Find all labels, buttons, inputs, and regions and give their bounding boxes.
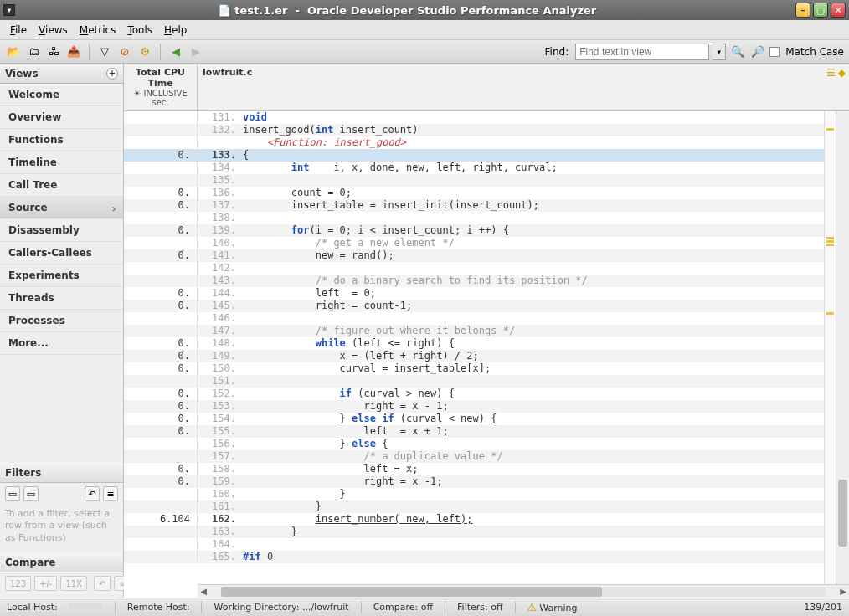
sidebar-item-callers-callees[interactable]: Callers-Callees (0, 242, 123, 264)
source-line[interactable]: 140. /* get a new element */ (124, 237, 824, 249)
source-line[interactable]: 0.154. } else if (curval < new) { (124, 413, 824, 425)
sidebar-item-threads[interactable]: Threads (0, 287, 123, 310)
filter-reset-icon[interactable]: ↶ (85, 486, 100, 501)
sidebar-item-timeline[interactable]: Timeline (0, 151, 123, 174)
expand-icon[interactable]: ◆ (838, 67, 846, 79)
status-warning[interactable]: ⚠Warning (527, 601, 578, 613)
open-experiment-icon[interactable]: 📂 (5, 44, 22, 60)
source-line[interactable]: <Function: insert_good> (124, 136, 824, 149)
source-line[interactable]: 156. } else { (124, 438, 824, 450)
source-line[interactable]: 0.153. right = x - 1; (124, 400, 824, 413)
filter-menu-icon[interactable]: ≡ (103, 486, 118, 501)
source-line[interactable]: 0.144. left = 0; (124, 287, 824, 300)
source-line[interactable]: 0.145. right = count-1; (124, 300, 824, 312)
source-filename: lowfruit.c (198, 64, 824, 110)
sidebar-item-source[interactable]: Source (0, 197, 123, 219)
vertical-scroll-thumb[interactable] (838, 480, 847, 547)
filter-add-icon[interactable]: ▭ (5, 486, 20, 501)
source-line[interactable]: 157. /* a duplicate value */ (124, 450, 824, 463)
overview-ruler[interactable] (824, 111, 836, 584)
sidebar-item-experiments[interactable]: Experiments (0, 264, 123, 287)
source-line[interactable]: 0.133.{ (124, 149, 824, 162)
scroll-right-icon[interactable]: ▶ (837, 587, 849, 596)
match-case-checkbox[interactable] (769, 47, 780, 57)
compare-mode-abs[interactable]: 123 (5, 576, 31, 591)
source-line[interactable]: 134. int i, x, done, new, left, right, c… (124, 162, 824, 174)
menu-metrics[interactable]: Metrics (75, 23, 121, 38)
source-line[interactable]: 0.152. if (curval > new) { (124, 388, 824, 400)
find-prev-icon[interactable]: 🔍 (729, 44, 746, 60)
source-line[interactable]: 163. } (124, 526, 824, 538)
source-line[interactable]: 151. (124, 375, 824, 388)
nav-forward-icon[interactable]: ▶ (188, 44, 204, 60)
source-line[interactable]: 143. /* do a binary search to find its p… (124, 275, 824, 287)
views-title: Views (5, 68, 39, 80)
export-icon[interactable]: 📤 (65, 44, 82, 60)
source-line[interactable]: 164. (124, 538, 824, 551)
menu-tools[interactable]: Tools (122, 23, 157, 38)
source-line[interactable]: 0.136. count = 0; (124, 187, 824, 199)
source-line[interactable]: 0.148. while (left <= right) { (124, 337, 824, 350)
menu-views[interactable]: Views (33, 23, 73, 38)
vertical-scrollbar[interactable] (836, 111, 849, 584)
find-next-icon[interactable]: 🔎 (749, 44, 766, 60)
filter-remove-icon[interactable]: ▭ (23, 486, 39, 501)
status-working-dir: Working Directory: .../lowfruit (214, 602, 348, 613)
find-dropdown-icon[interactable]: ▾ (713, 44, 726, 60)
settings-icon[interactable]: ⚙ (136, 44, 153, 60)
source-line[interactable]: 6.104162. insert_number( new, left); (124, 513, 824, 526)
filters-header[interactable]: Filters (0, 463, 123, 483)
sidebar-item-call-tree[interactable]: Call Tree (0, 174, 123, 197)
source-line[interactable]: 0.137. insert_table = insert_init(insert… (124, 199, 824, 212)
app-menu-icon[interactable]: ▾ (3, 4, 15, 16)
source-line[interactable]: 131.void (124, 111, 824, 124)
compare-header[interactable]: Compare (0, 552, 123, 572)
minimize-button[interactable]: – (795, 3, 810, 18)
toolbar: 📂 🗂 🖧 📤 ▽ ⊘ ⚙ ◀ ▶ Find: ▾ 🔍 🔎 Match Case (0, 40, 849, 64)
find-input[interactable] (575, 44, 709, 60)
clear-filter-icon[interactable]: ⊘ (116, 44, 133, 60)
nav-back-icon[interactable]: ◀ (167, 44, 184, 60)
source-line[interactable]: 135. (124, 174, 824, 187)
source-line[interactable]: 0.149. x = (left + right) / 2; (124, 350, 824, 362)
connect-remote-icon[interactable]: 🖧 (45, 44, 62, 60)
source-line[interactable]: 165.#if 0 (124, 551, 824, 563)
compare-reset-icon[interactable]: ↶ (94, 576, 111, 591)
toolbar-separator (89, 44, 90, 60)
menu-help[interactable]: Help (159, 23, 192, 38)
close-button[interactable]: ✕ (831, 3, 846, 18)
source-line[interactable]: 0.158. left = x; (124, 463, 824, 475)
sidebar-item-welcome[interactable]: Welcome (0, 84, 123, 106)
compare-mode-delta[interactable]: +/- (34, 576, 57, 591)
menu-file[interactable]: File (5, 23, 32, 38)
column-marker-icon[interactable]: ☰ (826, 67, 836, 79)
sidebar-item-overview[interactable]: Overview (0, 106, 123, 129)
sidebar: Views + WelcomeOverviewFunctionsTimeline… (0, 64, 124, 598)
compare-mode-ratio[interactable]: 11X (60, 576, 87, 591)
source-line[interactable]: 147. /* figure out where it belongs */ (124, 325, 824, 337)
sidebar-item-processes[interactable]: Processes (0, 310, 123, 332)
source-line[interactable]: 138. (124, 212, 824, 224)
compare-experiment-icon[interactable]: 🗂 (25, 44, 42, 60)
sidebar-item-more-[interactable]: More... (0, 332, 123, 355)
maximize-button[interactable]: ▢ (813, 3, 828, 18)
add-view-icon[interactable]: + (106, 68, 118, 80)
source-code-table[interactable]: 131.void132.insert_good(int insert_count… (124, 111, 824, 563)
source-line[interactable]: 0.159. right = x -1; (124, 475, 824, 488)
source-line[interactable]: 142. (124, 262, 824, 275)
horizontal-scrollbar[interactable]: ◀ ▶ (198, 584, 849, 598)
filter-icon[interactable]: ▽ (96, 44, 113, 60)
source-line[interactable]: 161. } (124, 501, 824, 513)
sidebar-item-disassembly[interactable]: Disassembly (0, 219, 123, 242)
horizontal-scroll-thumb[interactable] (221, 587, 602, 597)
source-line[interactable]: 0.141. new = rand(); (124, 249, 824, 262)
sidebar-item-functions[interactable]: Functions (0, 129, 123, 151)
scroll-left-icon[interactable]: ◀ (198, 587, 209, 596)
source-line[interactable]: 132.insert_good(int insert_count) (124, 124, 824, 136)
source-line[interactable]: 0.150. curval = insert_table[x]; (124, 362, 824, 375)
source-line[interactable]: 160. } (124, 488, 824, 501)
source-line[interactable]: 0.155. left = x + 1; (124, 425, 824, 438)
cpu-time-header[interactable]: Total CPU Time ☀ INCLUSIVE sec. (124, 64, 198, 110)
source-line[interactable]: 146. (124, 312, 824, 325)
source-line[interactable]: 0.139. for(i = 0; i < insert_count; i ++… (124, 224, 824, 237)
